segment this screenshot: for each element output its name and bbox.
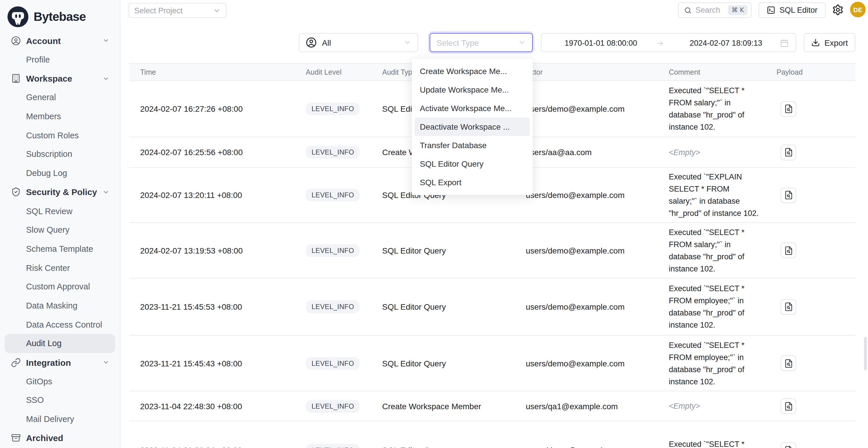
dropdown-option-activate-workspace-member[interactable]: Activate Workspace Me... — [414, 99, 530, 118]
payload-view-button[interactable] — [781, 442, 796, 448]
cell-comment: <Empty> — [669, 146, 759, 158]
search-icon — [684, 6, 692, 14]
bytebase-logo-icon — [7, 6, 29, 28]
payload-view-button[interactable] — [781, 299, 796, 315]
cell-actor: users/demo@example.com — [526, 302, 669, 311]
sidebar-item-subscription[interactable]: Subscription — [5, 145, 115, 163]
cell-comment: Executed `"SELECT * FROM department;"` i… — [669, 438, 759, 448]
file-search-icon — [784, 402, 793, 411]
payload-view-button[interactable] — [781, 101, 796, 117]
sidebar-item-account[interactable]: Account — [5, 31, 115, 50]
sidebar-item-sso[interactable]: SSO — [5, 391, 115, 410]
chevron-down-icon — [518, 39, 526, 46]
sidebar-item-schema-template[interactable]: Schema Template — [5, 239, 115, 258]
sidebar-item-data-masking[interactable]: Data Masking — [5, 296, 115, 315]
cell-time: 2024-02-07 13:19:53 +08:00 — [129, 246, 306, 255]
cell-actor: users/demo@example.com — [526, 190, 669, 200]
cell-audit-type: SQL Editor Query — [382, 359, 526, 368]
chevron-down-icon — [102, 359, 110, 366]
sidebar-item-gitops[interactable]: GitOps — [5, 372, 115, 391]
cell-time: 2023-11-21 15:45:43 +08:00 — [129, 359, 306, 368]
dropdown-option-transfer-database[interactable]: Transfer Database — [414, 136, 530, 155]
cell-comment: Executed `"SELECT * FROM employee;"` in … — [669, 283, 759, 331]
sidebar-item-profile[interactable]: Profile — [5, 50, 115, 69]
cell-actor: users/qa1@example.com — [526, 402, 669, 411]
cell-comment: Executed `"EXPLAIN SELECT * FROM salary;… — [669, 171, 759, 219]
file-search-icon — [784, 190, 793, 200]
type-filter-select[interactable]: Select Type — [430, 33, 533, 52]
user-circle-icon — [306, 37, 317, 48]
col-header-comment: Comment — [669, 68, 776, 76]
sql-editor-button[interactable]: SQL Editor — [758, 2, 826, 18]
project-select[interactable]: Select Project — [129, 3, 226, 18]
sidebar-item-workspace[interactable]: Workspace — [5, 69, 115, 88]
date-end-value[interactable]: 2024-02-07 18:09:13 — [690, 34, 762, 53]
payload-view-button[interactable] — [781, 243, 796, 258]
cell-actor: users/demo@example.com — [526, 359, 669, 368]
table-row: 2023-11-21 15:45:43 +08:00 LEVEL_INFO SQ… — [129, 336, 855, 391]
scrollbar-thumb[interactable] — [864, 337, 867, 371]
avatar[interactable]: DE — [850, 2, 866, 18]
cell-time: 2023-11-04 21:26:24 +08:00 — [129, 445, 306, 448]
search-shortcut-badge: ⌘ K — [728, 5, 748, 15]
dropdown-option-update-workspace-member[interactable]: Update Workspace Me... — [414, 81, 530, 99]
payload-view-button[interactable] — [781, 187, 796, 203]
cell-comment: Executed `"SELECT * FROM salary;"` in da… — [669, 226, 759, 275]
actor-filter-select[interactable]: All — [299, 33, 418, 52]
payload-view-button[interactable] — [781, 145, 796, 160]
sidebar-item-custom-roles[interactable]: Custom Roles — [5, 126, 115, 145]
payload-view-button[interactable] — [781, 398, 796, 414]
file-search-icon — [784, 246, 793, 255]
brand-logo[interactable]: Bytebase — [0, 0, 120, 29]
cell-actor: users/demo@example.com — [526, 445, 669, 448]
sidebar-item-risk-center[interactable]: Risk Center — [5, 258, 115, 277]
brand-wordmark: Bytebase — [34, 10, 86, 24]
shield-check-icon — [11, 187, 21, 197]
date-start-value[interactable]: 1970-01-01 08:00:00 — [565, 34, 637, 53]
dropdown-option-create-workspace-member[interactable]: Create Workspace Me... — [414, 62, 530, 81]
cell-actor: users/aa@aa.com — [526, 148, 669, 157]
file-search-icon — [784, 104, 793, 114]
sidebar-item-integration[interactable]: Integration — [5, 353, 115, 372]
user-circle-icon — [11, 36, 21, 46]
sidebar-item-data-access-control[interactable]: Data Access Control — [5, 315, 115, 334]
cell-audit-type: Create Workspace Member — [382, 402, 526, 411]
terminal-icon — [767, 6, 775, 14]
table-row: 2023-11-04 21:26:24 +08:00 LEVEL_INFO SQ… — [129, 421, 855, 448]
sidebar-item-audit-log[interactable]: Audit Log — [5, 334, 115, 353]
chevron-down-icon — [404, 39, 411, 46]
cell-time: 2024-02-07 16:27:26 +08:00 — [129, 104, 306, 114]
archive-box-icon — [11, 433, 21, 443]
file-search-icon — [784, 148, 793, 157]
audit-level-badge: LEVEL_INFO — [306, 400, 360, 412]
sidebar-item-security-policy[interactable]: Security & Policy — [5, 183, 115, 201]
audit-level-badge: LEVEL_INFO — [306, 189, 360, 201]
export-button[interactable]: Export — [804, 33, 855, 52]
table-row: 2023-11-21 15:45:53 +08:00 LEVEL_INFO SQ… — [129, 279, 855, 336]
sidebar-item-general[interactable]: General — [5, 88, 115, 107]
sidebar-item-archived[interactable]: Archived — [5, 428, 115, 447]
sidebar-item-custom-approval[interactable]: Custom Approval — [5, 277, 115, 296]
sidebar-item-debug-log[interactable]: Debug Log — [5, 164, 115, 183]
chevron-down-icon — [102, 37, 110, 44]
cell-time: 2024-02-07 13:20:11 +08:00 — [129, 190, 306, 200]
dropdown-option-deactivate-workspace-member[interactable]: Deactivate Workspace ... — [414, 118, 530, 136]
payload-view-button[interactable] — [781, 355, 796, 371]
sidebar-item-sql-review[interactable]: SQL Review — [5, 201, 115, 220]
link-icon — [11, 357, 21, 367]
audit-level-badge: LEVEL_INFO — [306, 357, 360, 370]
col-header-payload: Payload — [776, 68, 855, 76]
sidebar-item-mail-delivery[interactable]: Mail Delivery — [5, 410, 115, 428]
sidebar-item-slow-query[interactable]: Slow Query — [5, 221, 115, 239]
col-header-audit-level: Audit Level — [306, 68, 382, 76]
search-input[interactable]: Search ⌘ K — [678, 2, 752, 18]
sidebar-item-members[interactable]: Members — [5, 107, 115, 126]
type-filter-placeholder: Select Type — [437, 38, 479, 47]
app-window: Bytebase Account Profile Workspace — [0, 0, 868, 448]
file-search-icon — [784, 359, 793, 368]
dropdown-option-sql-export[interactable]: SQL Export — [414, 173, 530, 192]
cell-audit-type: SQL Editor Query — [382, 302, 526, 311]
date-range-picker[interactable]: 1970-01-01 08:00:00 2024-02-07 18:09:13 — [541, 33, 796, 52]
gear-icon[interactable] — [832, 4, 844, 15]
dropdown-option-sql-editor-query[interactable]: SQL Editor Query — [414, 155, 530, 173]
